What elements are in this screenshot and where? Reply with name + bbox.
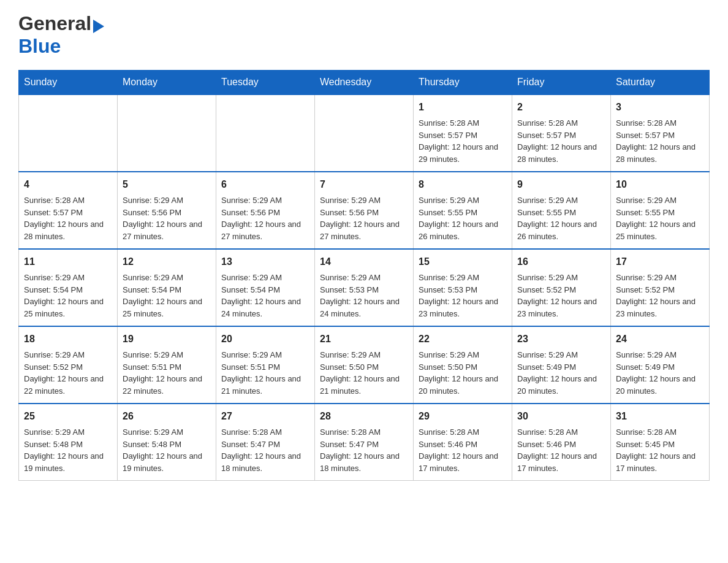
week-row-1: 1Sunrise: 5:28 AMSunset: 5:57 PMDaylight… xyxy=(19,94,710,172)
weekday-header-thursday: Thursday xyxy=(414,71,512,95)
weekday-header-sunday: Sunday xyxy=(19,71,118,95)
calendar-cell-24: 24Sunrise: 5:29 AMSunset: 5:49 PMDayligh… xyxy=(611,326,710,404)
day-number: 3 xyxy=(616,100,704,115)
calendar-cell-12: 12Sunrise: 5:29 AMSunset: 5:54 PMDayligh… xyxy=(118,249,216,326)
day-info: Sunrise: 5:29 AMSunset: 5:52 PMDaylight:… xyxy=(616,272,704,320)
day-number: 25 xyxy=(24,409,112,424)
day-number: 26 xyxy=(123,409,211,424)
day-info: Sunrise: 5:28 AMSunset: 5:46 PMDaylight:… xyxy=(419,426,507,474)
day-number: 31 xyxy=(616,409,704,424)
day-number: 24 xyxy=(616,332,704,347)
day-info: Sunrise: 5:28 AMSunset: 5:57 PMDaylight:… xyxy=(517,117,605,165)
day-info: Sunrise: 5:28 AMSunset: 5:57 PMDaylight:… xyxy=(419,117,507,165)
day-info: Sunrise: 5:29 AMSunset: 5:56 PMDaylight:… xyxy=(221,194,309,242)
day-number: 19 xyxy=(123,332,211,347)
calendar-cell-22: 22Sunrise: 5:29 AMSunset: 5:50 PMDayligh… xyxy=(414,326,512,404)
day-info: Sunrise: 5:28 AMSunset: 5:45 PMDaylight:… xyxy=(616,426,704,474)
calendar-cell-8: 8Sunrise: 5:29 AMSunset: 5:55 PMDaylight… xyxy=(414,172,512,249)
calendar-cell-31: 31Sunrise: 5:28 AMSunset: 5:45 PMDayligh… xyxy=(611,404,710,481)
calendar-cell-empty-2 xyxy=(216,94,315,172)
day-info: Sunrise: 5:28 AMSunset: 5:46 PMDaylight:… xyxy=(517,426,605,474)
calendar-cell-25: 25Sunrise: 5:29 AMSunset: 5:48 PMDayligh… xyxy=(19,404,118,481)
page-header: General Blue xyxy=(18,12,710,58)
day-info: Sunrise: 5:29 AMSunset: 5:56 PMDaylight:… xyxy=(123,194,211,242)
day-info: Sunrise: 5:29 AMSunset: 5:53 PMDaylight:… xyxy=(419,272,507,320)
day-info: Sunrise: 5:29 AMSunset: 5:55 PMDaylight:… xyxy=(517,194,605,242)
logo-blue-text: Blue xyxy=(18,35,61,57)
calendar-cell-17: 17Sunrise: 5:29 AMSunset: 5:52 PMDayligh… xyxy=(611,249,710,326)
calendar-cell-30: 30Sunrise: 5:28 AMSunset: 5:46 PMDayligh… xyxy=(512,404,611,481)
weekday-header-tuesday: Tuesday xyxy=(216,71,315,95)
day-info: Sunrise: 5:29 AMSunset: 5:52 PMDaylight:… xyxy=(517,272,605,320)
calendar-cell-23: 23Sunrise: 5:29 AMSunset: 5:49 PMDayligh… xyxy=(512,326,611,404)
day-number: 14 xyxy=(320,255,408,269)
day-number: 9 xyxy=(517,177,605,192)
calendar-cell-13: 13Sunrise: 5:29 AMSunset: 5:54 PMDayligh… xyxy=(216,249,315,326)
calendar-cell-29: 29Sunrise: 5:28 AMSunset: 5:46 PMDayligh… xyxy=(414,404,512,481)
calendar-cell-20: 20Sunrise: 5:29 AMSunset: 5:51 PMDayligh… xyxy=(216,326,315,404)
weekday-header-saturday: Saturday xyxy=(611,71,710,95)
day-number: 13 xyxy=(221,255,309,269)
logo-blue-line: Blue xyxy=(18,35,104,58)
day-number: 7 xyxy=(320,177,408,192)
calendar-cell-14: 14Sunrise: 5:29 AMSunset: 5:53 PMDayligh… xyxy=(315,249,414,326)
calendar-cell-18: 18Sunrise: 5:29 AMSunset: 5:52 PMDayligh… xyxy=(19,326,118,404)
day-number: 4 xyxy=(24,177,112,192)
week-row-5: 25Sunrise: 5:29 AMSunset: 5:48 PMDayligh… xyxy=(19,404,710,481)
day-number: 16 xyxy=(517,255,605,269)
day-number: 23 xyxy=(517,332,605,347)
logo-general-line: General xyxy=(18,12,104,35)
calendar-cell-21: 21Sunrise: 5:29 AMSunset: 5:50 PMDayligh… xyxy=(315,326,414,404)
day-info: Sunrise: 5:29 AMSunset: 5:53 PMDaylight:… xyxy=(320,272,408,320)
calendar-cell-9: 9Sunrise: 5:29 AMSunset: 5:55 PMDaylight… xyxy=(512,172,611,249)
day-number: 11 xyxy=(24,255,112,269)
calendar-cell-10: 10Sunrise: 5:29 AMSunset: 5:55 PMDayligh… xyxy=(611,172,710,249)
day-info: Sunrise: 5:28 AMSunset: 5:47 PMDaylight:… xyxy=(320,426,408,474)
day-info: Sunrise: 5:29 AMSunset: 5:48 PMDaylight:… xyxy=(123,426,211,474)
calendar-cell-empty-1 xyxy=(118,94,216,172)
calendar-cell-7: 7Sunrise: 5:29 AMSunset: 5:56 PMDaylight… xyxy=(315,172,414,249)
day-number: 17 xyxy=(616,255,704,269)
calendar-cell-empty-0 xyxy=(19,94,118,172)
day-number: 22 xyxy=(419,332,507,347)
logo: General Blue xyxy=(18,12,104,58)
day-number: 12 xyxy=(123,255,211,269)
day-number: 1 xyxy=(419,100,507,115)
logo-general-text: General xyxy=(18,12,91,34)
day-number: 29 xyxy=(419,409,507,424)
calendar-cell-15: 15Sunrise: 5:29 AMSunset: 5:53 PMDayligh… xyxy=(414,249,512,326)
day-number: 10 xyxy=(616,177,704,192)
day-info: Sunrise: 5:29 AMSunset: 5:52 PMDaylight:… xyxy=(24,349,112,397)
calendar-cell-27: 27Sunrise: 5:28 AMSunset: 5:47 PMDayligh… xyxy=(216,404,315,481)
day-info: Sunrise: 5:29 AMSunset: 5:56 PMDaylight:… xyxy=(320,194,408,242)
calendar-cell-4: 4Sunrise: 5:28 AMSunset: 5:57 PMDaylight… xyxy=(19,172,118,249)
day-info: Sunrise: 5:29 AMSunset: 5:54 PMDaylight:… xyxy=(123,272,211,320)
day-number: 2 xyxy=(517,100,605,115)
calendar-table: SundayMondayTuesdayWednesdayThursdayFrid… xyxy=(18,70,710,481)
day-number: 20 xyxy=(221,332,309,347)
logo-triangle-icon xyxy=(93,20,104,33)
day-number: 15 xyxy=(419,255,507,269)
day-number: 5 xyxy=(123,177,211,192)
day-info: Sunrise: 5:28 AMSunset: 5:57 PMDaylight:… xyxy=(24,194,112,242)
weekday-header-row: SundayMondayTuesdayWednesdayThursdayFrid… xyxy=(19,71,710,95)
week-row-3: 11Sunrise: 5:29 AMSunset: 5:54 PMDayligh… xyxy=(19,249,710,326)
calendar-cell-11: 11Sunrise: 5:29 AMSunset: 5:54 PMDayligh… xyxy=(19,249,118,326)
day-info: Sunrise: 5:29 AMSunset: 5:48 PMDaylight:… xyxy=(24,426,112,474)
calendar-cell-2: 2Sunrise: 5:28 AMSunset: 5:57 PMDaylight… xyxy=(512,94,611,172)
day-info: Sunrise: 5:29 AMSunset: 5:51 PMDaylight:… xyxy=(221,349,309,397)
day-info: Sunrise: 5:28 AMSunset: 5:47 PMDaylight:… xyxy=(221,426,309,474)
day-info: Sunrise: 5:29 AMSunset: 5:49 PMDaylight:… xyxy=(517,349,605,397)
weekday-header-monday: Monday xyxy=(118,71,216,95)
day-info: Sunrise: 5:29 AMSunset: 5:54 PMDaylight:… xyxy=(221,272,309,320)
calendar-cell-6: 6Sunrise: 5:29 AMSunset: 5:56 PMDaylight… xyxy=(216,172,315,249)
day-number: 28 xyxy=(320,409,408,424)
day-number: 27 xyxy=(221,409,309,424)
day-info: Sunrise: 5:29 AMSunset: 5:54 PMDaylight:… xyxy=(24,272,112,320)
week-row-4: 18Sunrise: 5:29 AMSunset: 5:52 PMDayligh… xyxy=(19,326,710,404)
day-number: 30 xyxy=(517,409,605,424)
calendar-cell-28: 28Sunrise: 5:28 AMSunset: 5:47 PMDayligh… xyxy=(315,404,414,481)
day-info: Sunrise: 5:28 AMSunset: 5:57 PMDaylight:… xyxy=(616,117,704,165)
calendar-cell-1: 1Sunrise: 5:28 AMSunset: 5:57 PMDaylight… xyxy=(414,94,512,172)
day-number: 6 xyxy=(221,177,309,192)
